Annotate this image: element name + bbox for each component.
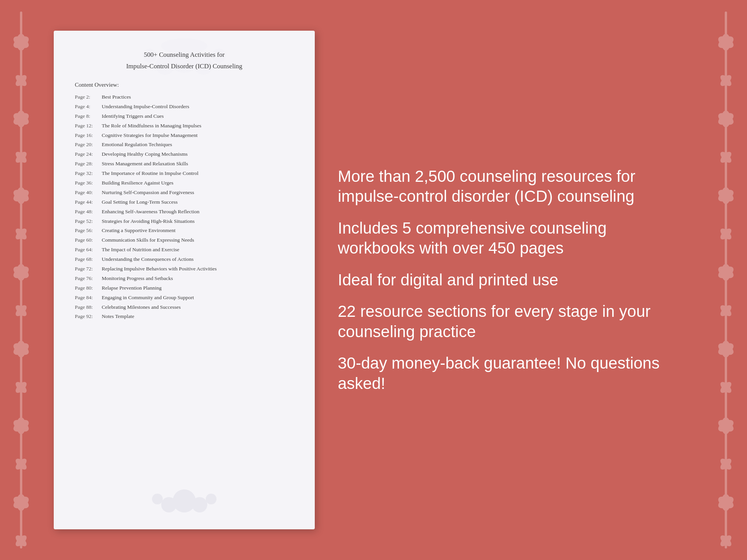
toc-page-num: Page 48: (75, 208, 102, 216)
toc-item: Page 40:Nurturing Self-Compassion and Fo… (75, 189, 294, 196)
main-content: 500+ Counseling Activities for Impulse-C… (42, 0, 705, 560)
toc-page-num: Page 64: (75, 246, 102, 254)
toc-topic: Creating a Supportive Environment (102, 227, 175, 233)
toc-topic: Strategies for Avoiding High-Risk Situat… (102, 218, 195, 224)
toc-page-num: Page 92: (75, 313, 102, 320)
toc-page-num: Page 4: (75, 103, 102, 110)
toc-page-num: Page 16: (75, 132, 102, 139)
toc-item: Page 68:Understanding the Consequences o… (75, 256, 294, 263)
toc-item: Page 36:Building Resilience Against Urge… (75, 180, 294, 187)
svg-point-5 (17, 38, 25, 46)
svg-point-33 (17, 345, 25, 353)
toc-topic: Goal Setting for Long-Term Success (102, 199, 178, 205)
toc-topic: Understanding Impulse-Control Disorders (102, 104, 189, 109)
doc-bottom-decoration (107, 486, 261, 518)
floral-border-right (705, 0, 747, 560)
toc-topic: Celebrating Milestones and Successes (102, 304, 181, 310)
toc-topic: Enhancing Self-Awareness Through Reflect… (102, 209, 200, 214)
toc-item: Page 44:Goal Setting for Long-Term Succe… (75, 199, 294, 206)
toc-topic: Replacing Impulsive Behaviors with Posit… (102, 266, 217, 272)
toc-topic: Best Practices (102, 94, 131, 100)
toc-topic: Nurturing Self-Compassion and Forgivenes… (102, 189, 194, 195)
toc-topic: Developing Healthy Coping Mechanisms (102, 151, 188, 157)
svg-point-83 (723, 231, 729, 237)
toc-page-num: Page 12: (75, 122, 102, 130)
toc-topic: The Role of Mindfulness in Managing Impu… (102, 123, 201, 128)
svg-point-76 (723, 155, 729, 160)
svg-point-66 (722, 38, 730, 46)
svg-point-61 (206, 494, 216, 504)
toc-page-num: Page 8: (75, 113, 102, 120)
toc-topic: Communication Skills for Expressing Need… (102, 237, 194, 243)
toc-page-num: Page 20: (75, 141, 102, 148)
toc-page-num: Page 80: (75, 285, 102, 292)
toc-topic: Building Resilience Against Urges (102, 180, 174, 186)
toc-topic: Cognitive Strategies for Impulse Managem… (102, 132, 198, 138)
features-panel: More than 2,500 counseling resources for… (338, 159, 693, 402)
toc-topic: The Impact of Nutrition and Exercise (102, 247, 179, 252)
svg-point-47 (17, 499, 25, 506)
feature-text-1: More than 2,500 counseling resources for… (338, 166, 686, 207)
svg-point-94 (722, 345, 730, 353)
toc-page-num: Page 44: (75, 199, 102, 206)
floral-border-left (0, 0, 42, 560)
toc-page-num: Page 36: (75, 180, 102, 187)
toc-page-num: Page 56: (75, 227, 102, 234)
svg-point-57 (173, 489, 196, 512)
toc-item: Page 80:Relapse Prevention Planning (75, 285, 294, 292)
toc-topic: Emotional Regulation Techniques (102, 142, 172, 147)
toc-item: Page 88:Celebrating Milestones and Succe… (75, 304, 294, 311)
svg-point-58 (161, 497, 177, 512)
toc-topic: Understanding the Consequences of Action… (102, 256, 193, 262)
svg-point-69 (723, 78, 729, 83)
toc-item: Page 24:Developing Healthy Coping Mechan… (75, 151, 294, 158)
svg-point-59 (192, 497, 207, 512)
toc-item: Page 52:Strategies for Avoiding High-Ris… (75, 218, 294, 225)
toc-item: Page 64:The Impact of Nutrition and Exer… (75, 246, 294, 254)
toc-item: Page 32:The Importance of Routine in Imp… (75, 170, 294, 177)
toc-page-num: Page 40: (75, 189, 102, 196)
toc-page-num: Page 52: (75, 218, 102, 225)
toc-page-num: Page 68: (75, 256, 102, 263)
toc-topic: Stress Management and Relaxation Skills (102, 161, 188, 166)
toc-item: Page 48:Enhancing Self-Awareness Through… (75, 208, 294, 216)
document-card: 500+ Counseling Activities for Impulse-C… (54, 31, 315, 529)
svg-point-29 (18, 308, 24, 313)
toc-topic: Monitoring Progress and Setbacks (102, 275, 173, 281)
toc-page-num: Page 2: (75, 94, 102, 101)
toc-item: Page 92:Notes Template (75, 313, 294, 320)
toc-topic: Notes Template (102, 313, 134, 319)
toc-item: Page 4:Understanding Impulse-Control Dis… (75, 103, 294, 110)
svg-point-97 (723, 385, 729, 390)
feature-text-5: 30-day money-back guarantee! No question… (338, 353, 686, 394)
document-title: 500+ Counseling Activities for Impulse-C… (75, 50, 294, 71)
svg-point-108 (722, 499, 730, 506)
svg-point-40 (17, 422, 25, 430)
svg-point-43 (18, 461, 24, 467)
toc-page-num: Page 24: (75, 151, 102, 158)
svg-point-60 (152, 494, 163, 504)
svg-point-15 (18, 155, 24, 160)
toc-item: Page 72:Replacing Impulsive Behaviors wi… (75, 265, 294, 273)
toc-item: Page 8:Identifying Triggers and Cues (75, 113, 294, 120)
svg-point-80 (722, 192, 730, 199)
toc-item: Page 16:Cognitive Strategies for Impulse… (75, 132, 294, 139)
svg-point-12 (17, 115, 25, 123)
toc-item: Page 60:Communication Skills for Express… (75, 237, 294, 244)
toc-topic: Engaging in Community and Group Support (102, 295, 194, 300)
toc-page-num: Page 32: (75, 170, 102, 177)
toc-page-num: Page 60: (75, 237, 102, 244)
toc-page-num: Page 72: (75, 265, 102, 273)
feature-text-3: Ideal for digital and printed use (338, 270, 686, 290)
table-of-contents: Page 2:Best PracticesPage 4:Understandin… (75, 94, 294, 320)
toc-item: Page 76:Monitoring Progress and Setbacks (75, 275, 294, 282)
toc-item: Page 20:Emotional Regulation Techniques (75, 141, 294, 148)
toc-page-num: Page 76: (75, 275, 102, 282)
svg-point-111 (723, 538, 729, 544)
svg-point-19 (17, 192, 25, 199)
overview-label: Content Overview: (75, 82, 294, 88)
svg-point-26 (17, 268, 25, 276)
toc-topic: The Importance of Routine in Impulse Con… (102, 170, 198, 176)
svg-point-104 (723, 461, 729, 467)
toc-item: Page 28:Stress Management and Relaxation… (75, 160, 294, 168)
